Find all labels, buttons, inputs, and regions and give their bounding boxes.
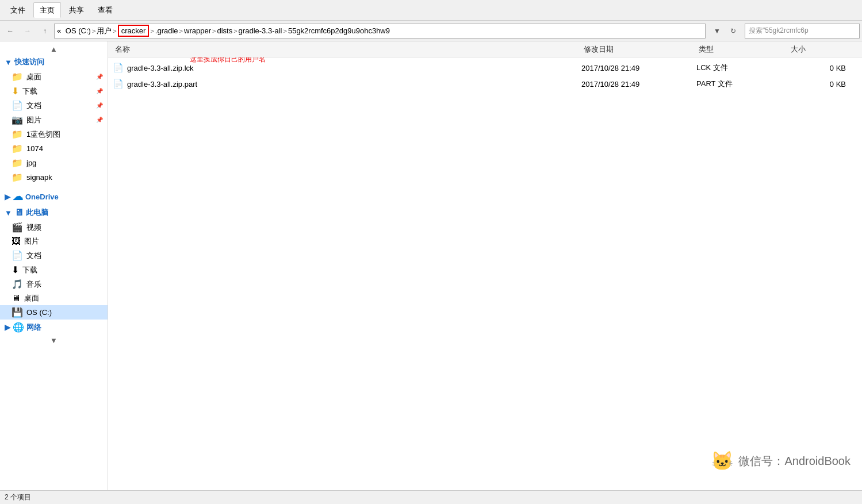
- menu-file[interactable]: 文件: [5, 3, 31, 18]
- file-name-cell: 📄 gradle-3.3-all.zip.part: [113, 79, 581, 89]
- menu-bar: 文件 主页 共享 查看: [0, 0, 862, 21]
- scroll-up-button[interactable]: ▲: [0, 44, 108, 55]
- file-size: 0 KB: [788, 64, 857, 72]
- item-count: 2 个项目: [5, 493, 31, 502]
- sidebar-item-1074[interactable]: 📁 1074: [0, 141, 108, 156]
- table-row[interactable]: 📄 gradle-3.3-all.zip.part 2017/10/28 21:…: [108, 76, 862, 92]
- file-icon: 📄: [113, 79, 124, 89]
- wechat-icon: 🐱: [711, 450, 734, 472]
- chevron-right-icon: ▶: [5, 193, 10, 201]
- breadcrumb-dists[interactable]: dists: [217, 26, 232, 35]
- sidebar-item-pictures[interactable]: 📷 图片 📌: [0, 113, 108, 127]
- menu-share[interactable]: 共享: [63, 3, 90, 18]
- nav-bar: ← → ↑ « OS (C:) > 用户 > cracker > .gradle…: [0, 21, 862, 41]
- breadcrumb-wrapper[interactable]: wrapper: [184, 26, 211, 35]
- folder-icon: 📁: [12, 71, 23, 82]
- computer-icon: 🖥: [14, 207, 24, 218]
- quick-access-header[interactable]: ▼ 快速访问: [0, 55, 108, 70]
- drive-icon: 💾: [12, 307, 23, 318]
- sidebar-item-osc[interactable]: 💾 OS (C:): [0, 305, 108, 320]
- pin-icon: 📌: [96, 102, 103, 109]
- folder-icon: 📷: [12, 114, 23, 125]
- pin-icon: 📌: [96, 88, 103, 94]
- sidebar-item-label: 文档: [26, 101, 41, 111]
- status-bar: 2 个项目: [0, 490, 862, 504]
- breadcrumb-cracker[interactable]: cracker: [118, 25, 150, 37]
- folder-icon: 📁: [12, 143, 23, 154]
- sidebar-item-video[interactable]: 🎬 视频: [0, 220, 108, 234]
- sidebar-item-label: signapk: [26, 173, 52, 182]
- address-dropdown[interactable]: ▼: [709, 24, 725, 39]
- docs-icon: 📄: [12, 250, 23, 261]
- col-size[interactable]: 大小: [788, 44, 857, 55]
- breadcrumb-osc[interactable]: OS (C:): [66, 26, 91, 35]
- col-name[interactable]: 名称: [113, 44, 581, 55]
- folder-icon: 📁: [12, 172, 23, 183]
- watermark-text: 微信号：AndroidBook: [738, 453, 850, 469]
- chevron-right-icon: ▶: [5, 323, 10, 332]
- sidebar-item-label: 桌面: [26, 72, 41, 82]
- col-date[interactable]: 修改日期: [581, 44, 696, 55]
- watermark: 🐱 微信号：AndroidBook: [711, 450, 850, 472]
- sidebar-item-dl2[interactable]: ⬇ 下载: [0, 263, 108, 277]
- pin-icon: 📌: [96, 117, 103, 123]
- sidebar-item-signapk[interactable]: 📁 signapk: [0, 170, 108, 184]
- sidebar-item-pictures2[interactable]: 🖼 图片: [0, 234, 108, 248]
- onedrive-icon: ☁: [13, 190, 23, 203]
- search-placeholder: 搜索"55gk2rcmfc6p: [749, 26, 809, 36]
- network-header[interactable]: ▶ 🌐 网络: [0, 320, 108, 335]
- dl-icon: ⬇: [12, 264, 19, 275]
- chevron-icon: ▼: [5, 58, 12, 67]
- sidebar-item-download[interactable]: ⬇ 下载 📌: [0, 84, 108, 98]
- sidebar-item-music[interactable]: 🎵 音乐: [0, 277, 108, 291]
- pictures-icon: 🖼: [12, 236, 21, 247]
- breadcrumb-gradle[interactable]: .gradle: [155, 26, 178, 35]
- onedrive-header[interactable]: ▶ ☁ OneDrive: [0, 188, 108, 205]
- back-button[interactable]: ←: [2, 24, 18, 39]
- sidebar-item-label: 文档: [26, 251, 41, 261]
- scroll-down-button[interactable]: ▼: [0, 335, 108, 346]
- quick-access-label: 快速访问: [14, 57, 44, 67]
- file-date: 2017/10/28 21:49: [581, 80, 696, 89]
- music-icon: 🎵: [12, 279, 23, 290]
- forward-button[interactable]: →: [20, 24, 36, 39]
- breadcrumb-back[interactable]: «: [57, 26, 63, 35]
- thispc-header[interactable]: ▼ 🖥 此电脑: [0, 205, 108, 220]
- sidebar-item-docs[interactable]: 📄 文档 📌: [0, 98, 108, 113]
- menu-view[interactable]: 查看: [92, 3, 118, 18]
- file-icon: 📄: [113, 63, 124, 73]
- refresh-button[interactable]: ↻: [725, 24, 741, 39]
- sidebar-item-label: OS (C:): [26, 308, 52, 317]
- address-bar[interactable]: « OS (C:) > 用户 > cracker > .gradle > wra…: [54, 24, 706, 39]
- up-button[interactable]: ↑: [37, 24, 53, 39]
- folder-icon: 📁: [12, 129, 23, 140]
- menu-home[interactable]: 主页: [33, 2, 61, 18]
- column-headers: 名称 修改日期 类型 大小: [108, 41, 862, 57]
- breadcrumb-users[interactable]: 用户: [97, 26, 112, 36]
- sidebar-item-desktop2[interactable]: 🖥 桌面: [0, 291, 108, 305]
- sidebar-item-label: 图片: [26, 115, 41, 125]
- network-label: 网络: [26, 322, 41, 333]
- sidebar-item-label: 下载: [22, 265, 37, 275]
- breadcrumb-hash[interactable]: 55gk2rcmfc6p2dg9u9ohc3hw9: [288, 26, 390, 35]
- content-area: 名称 修改日期 类型 大小 📄 gradle-3.3-all.zip.lck 2…: [108, 41, 862, 490]
- sidebar-item-jpg[interactable]: 📁 jpg: [0, 156, 108, 170]
- sidebar-item-label: 桌面: [24, 293, 39, 303]
- file-date: 2017/10/28 21:49: [581, 64, 696, 72]
- sidebar-item-label: 1074: [26, 144, 43, 153]
- file-name-cell: 📄 gradle-3.3-all.zip.lck: [113, 63, 581, 73]
- sidebar: ▲ ▼ 快速访问 📁 桌面 📌 ⬇ 下载 📌 📄 文档 📌 📷 图片 📌 📁: [0, 41, 108, 490]
- folder-icon: ⬇: [12, 86, 19, 97]
- file-type: PART 文件: [696, 79, 788, 89]
- col-type[interactable]: 类型: [696, 44, 788, 55]
- search-bar[interactable]: 搜索"55gk2rcmfc6p: [745, 24, 860, 39]
- folder-icon: 📄: [12, 100, 23, 111]
- breadcrumb-gradle-all[interactable]: gradle-3.3-all: [239, 26, 282, 35]
- sidebar-item-label: 下载: [22, 86, 37, 97]
- sidebar-item-docs2[interactable]: 📄 文档: [0, 248, 108, 263]
- table-row[interactable]: 📄 gradle-3.3-all.zip.lck 2017/10/28 21:4…: [108, 60, 862, 76]
- desktop-icon: 🖥: [12, 293, 21, 303]
- network-icon: 🌐: [13, 322, 24, 333]
- sidebar-item-desktop[interactable]: 📁 桌面 📌: [0, 70, 108, 84]
- sidebar-item-lanseqietu[interactable]: 📁 1蓝色切图: [0, 127, 108, 141]
